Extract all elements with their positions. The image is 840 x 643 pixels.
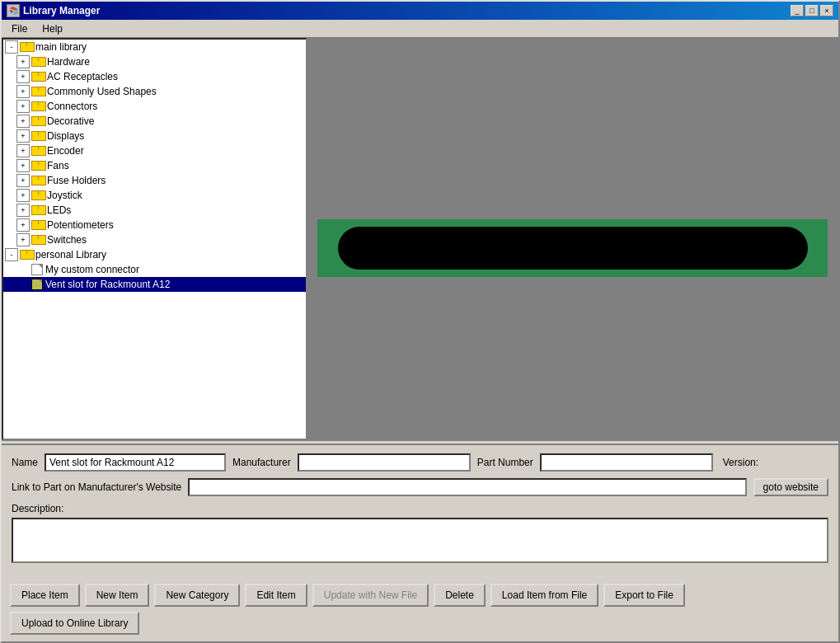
folder-icon-commonly-used-shapes <box>31 87 45 96</box>
file-icon-my-custom-connector <box>31 264 43 275</box>
folder-icon-main-library <box>20 42 33 52</box>
button-bar-row2: Upload to Online Library <box>2 612 838 641</box>
tree-item-hardware[interactable]: + Hardware <box>3 54 306 69</box>
tree-label-vent-slot: Vent slot for Rackmount A12 <box>45 279 170 290</box>
expand-fans[interactable]: + <box>16 159 30 172</box>
menu-help[interactable]: Help <box>35 21 69 35</box>
title-controls: _ □ × <box>791 5 833 16</box>
new-category-button[interactable]: New Category <box>154 584 240 607</box>
tree-item-potentiometers[interactable]: + Potentiometers <box>3 218 306 232</box>
tree-label-connectors: Connectors <box>47 101 97 112</box>
folder-icon-switches <box>31 235 45 245</box>
info-row-2: Link to Part on Manufacturer's Website g… <box>12 478 828 496</box>
expand-joystick[interactable]: + <box>16 189 30 202</box>
button-bar-row1: Place Item New Item New Category Edit It… <box>2 579 838 612</box>
tree-label-decorative: Decorative <box>47 115 94 127</box>
app-icon: 📚 <box>7 4 20 17</box>
preview-panel <box>307 38 838 440</box>
folder-icon-displays <box>31 131 45 141</box>
expand-potentiometers[interactable]: + <box>16 218 30 232</box>
update-with-new-file-button[interactable]: Update with New File <box>312 584 429 607</box>
tree-item-vent-slot[interactable]: Vent slot for Rackmount A12 <box>3 277 306 292</box>
new-item-button[interactable]: New Item <box>85 584 150 607</box>
manufacturer-label: Manufacturer <box>232 457 291 468</box>
tree-item-displays[interactable]: + Displays <box>3 129 306 143</box>
upload-to-online-library-button[interactable]: Upload to Online Library <box>10 612 139 635</box>
tree-label-hardware: Hardware <box>47 56 90 68</box>
tree-label-my-custom-connector: My custom connector <box>45 264 139 275</box>
manufacturer-field[interactable] <box>298 453 471 472</box>
version-label: Version: <box>723 457 758 468</box>
tree-item-main-library[interactable]: - main library <box>3 40 306 54</box>
folder-icon-fuse-holders <box>31 176 45 185</box>
expand-main-library[interactable]: - <box>5 40 18 54</box>
tree-item-personal-library[interactable]: - personal Library <box>3 247 306 262</box>
name-field[interactable] <box>45 453 226 472</box>
expand-ac-receptacles[interactable]: + <box>16 70 30 83</box>
tree-label-displays: Displays <box>47 130 84 142</box>
preview-highlight <box>317 219 828 277</box>
load-item-from-file-button[interactable]: Load Item from File <box>490 584 598 607</box>
preview-shape <box>338 227 808 270</box>
tree-item-joystick[interactable]: + Joystick <box>3 188 306 203</box>
minimize-button[interactable]: _ <box>791 5 804 16</box>
expand-leds[interactable]: + <box>16 204 30 217</box>
desc-label-row: Description: <box>12 503 828 514</box>
place-item-button[interactable]: Place Item <box>10 584 80 607</box>
tree-item-fans[interactable]: + Fans <box>3 158 306 173</box>
tree-label-potentiometers: Potentiometers <box>47 219 114 231</box>
tree-label-personal-library: personal Library <box>35 249 106 260</box>
tree-label-ac-receptacles: AC Receptacles <box>47 71 118 82</box>
description-field[interactable] <box>12 518 828 563</box>
tree-item-switches[interactable]: + Switches <box>3 232 306 247</box>
title-bar-left: 📚 Library Manager <box>7 4 100 17</box>
tree-item-decorative[interactable]: + Decorative <box>3 114 306 129</box>
expand-encoder[interactable]: + <box>16 144 30 157</box>
delete-button[interactable]: Delete <box>434 584 486 607</box>
maximize-button[interactable]: □ <box>805 5 819 16</box>
name-label: Name <box>12 457 38 468</box>
expand-connectors[interactable]: + <box>16 100 30 113</box>
info-panel: Name Manufacturer Part Number Version: L… <box>2 444 838 579</box>
part-number-field[interactable] <box>540 453 713 472</box>
title-bar: 📚 Library Manager _ □ × <box>2 2 838 20</box>
website-field[interactable] <box>188 478 746 496</box>
export-to-file-button[interactable]: Export to File <box>603 584 685 607</box>
expand-fuse-holders[interactable]: + <box>16 174 30 187</box>
expand-commonly-used-shapes[interactable]: + <box>16 85 30 98</box>
info-row-1: Name Manufacturer Part Number Version: <box>12 453 828 472</box>
folder-icon-connectors <box>31 101 45 111</box>
close-button[interactable]: × <box>820 5 833 16</box>
folder-icon-personal-library <box>20 250 33 260</box>
tree-item-fuse-holders[interactable]: + Fuse Holders <box>3 173 306 188</box>
tree-label-leds: LEDs <box>47 204 71 216</box>
tree-item-commonly-used-shapes[interactable]: + Commonly Used Shapes <box>3 84 306 99</box>
folder-icon-decorative <box>31 116 45 126</box>
tree-label-commonly-used-shapes: Commonly Used Shapes <box>47 86 157 97</box>
folder-icon-potentiometers <box>31 220 45 230</box>
expand-personal-library[interactable]: - <box>5 248 18 261</box>
goto-website-button[interactable]: goto website <box>753 478 828 496</box>
folder-icon-joystick <box>31 190 45 200</box>
folder-icon-encoder <box>31 146 45 156</box>
tree-item-leds[interactable]: + LEDs <box>3 203 306 218</box>
tree-item-encoder[interactable]: + Encoder <box>3 143 306 158</box>
file-icon-vent-slot <box>31 279 43 290</box>
tree-item-connectors[interactable]: + Connectors <box>3 99 306 114</box>
folder-icon-hardware <box>31 57 45 67</box>
folder-icon-leds <box>31 205 45 215</box>
tree-panel[interactable]: - main library + Hardware + AC Receptacl… <box>2 38 307 440</box>
edit-item-button[interactable]: Edit Item <box>245 584 307 607</box>
library-manager-window: 📚 Library Manager _ □ × File Help - main… <box>0 0 840 643</box>
tree-item-my-custom-connector[interactable]: My custom connector <box>3 262 306 277</box>
expand-hardware[interactable]: + <box>16 55 30 68</box>
folder-icon-fans <box>31 161 45 171</box>
menu-file[interactable]: File <box>5 21 34 35</box>
expand-displays[interactable]: + <box>16 129 30 143</box>
tree-item-ac-receptacles[interactable]: + AC Receptacles <box>3 69 306 84</box>
website-label: Link to Part on Manufacturer's Website <box>12 481 181 493</box>
tree-label-fans: Fans <box>47 160 69 171</box>
window-title: Library Manager <box>23 5 100 16</box>
expand-switches[interactable]: + <box>16 233 30 246</box>
expand-decorative[interactable]: + <box>16 115 30 128</box>
